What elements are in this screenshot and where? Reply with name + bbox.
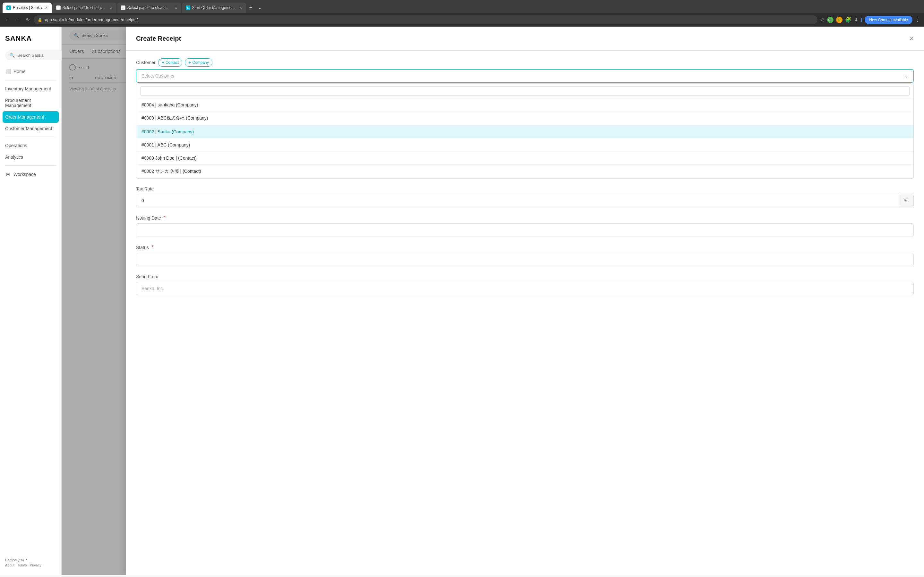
send-from-input[interactable] <box>136 282 914 295</box>
sidebar-bottom: English (en) ∧ About Terms Privacy <box>0 555 61 570</box>
issuing-date-form-group: Issuing Date * 2024-11-06 <box>136 215 914 237</box>
dropdown-item-2[interactable]: #0003 | ABC株式会社 (Company) <box>136 111 913 125</box>
customer-label: Customer + Contact + Company <box>136 58 914 67</box>
tab-close-1[interactable]: × <box>45 5 48 10</box>
app-layout: SANKA 🔍 ⬜ Home Inventory Management Proc… <box>0 27 924 575</box>
tax-rate-form-group: Tax Rate % <box>136 186 914 207</box>
status-required: * <box>152 245 153 250</box>
extensions-button[interactable]: 🧩 <box>845 17 851 23</box>
new-tab-button[interactable]: + <box>247 3 255 13</box>
about-link[interactable]: About <box>5 563 15 567</box>
sidebar-nav: ⬜ Home Inventory Management Procurement … <box>0 65 61 181</box>
sidebar-item-home[interactable]: ⬜ Home <box>0 65 61 77</box>
plus-contact-icon: + <box>162 60 164 65</box>
dropdown-search <box>136 84 913 98</box>
nav-divider-2 <box>5 137 56 137</box>
create-receipt-modal: Create Receipt × Customer + Contact + Co <box>126 27 924 575</box>
issuing-date-required: * <box>164 215 166 221</box>
url-text: app.sanka.io/modules/ordermanagement/rec… <box>45 17 814 22</box>
browser-chrome: S Receipts | Sanka × Select page2 to cha… <box>0 0 924 27</box>
tab-favicon-2 <box>56 5 61 10</box>
status-input[interactable]: Draft <box>136 253 914 266</box>
dropdown-item-5[interactable]: #0003 John Doe | (Contact) <box>136 152 913 165</box>
tab-overflow-button[interactable]: ⌄ <box>256 4 265 11</box>
dropdown-item-4[interactable]: #0001 | ABC (Company) <box>136 139 913 152</box>
issuing-date-label: Issuing Date * <box>136 215 914 221</box>
sidebar-item-operations[interactable]: Operations <box>0 140 61 151</box>
language-label: English (en) <box>5 558 24 562</box>
tab-bar: S Receipts | Sanka × Select page2 to cha… <box>0 0 924 13</box>
sidebar-item-home-label: Home <box>13 69 25 74</box>
tab-close-2[interactable]: × <box>110 5 113 10</box>
workspace-icon: ⊞ <box>5 171 11 177</box>
sidebar-item-workspace-label: Workspace <box>13 172 36 177</box>
customer-dropdown-list: #0004 | sankahq (Company) #0003 | ABC株式会… <box>136 83 914 179</box>
tab-close-4[interactable]: × <box>240 5 242 10</box>
profile-icon: | <box>861 17 862 23</box>
bottom-links: About Terms Privacy <box>5 563 56 567</box>
download-button[interactable]: ⬇ <box>854 17 858 23</box>
tab-favicon-1: S <box>6 5 11 10</box>
menu-button[interactable]: ⋮ <box>915 17 920 23</box>
sidebar-item-operations-label: Operations <box>5 143 27 148</box>
modal-title: Create Receipt <box>136 35 181 42</box>
ext-icon-1: 9+ <box>827 17 834 23</box>
bookmark-button[interactable]: ☆ <box>820 17 825 23</box>
dropdown-item-3[interactable]: #0002 | Sanka (Company) <box>136 125 913 139</box>
sidebar-item-analytics-label: Analytics <box>5 155 23 160</box>
tab-label-3: Select page2 to change | Dja... <box>128 5 172 10</box>
send-from-form-group: Send From <box>136 274 914 295</box>
sidebar-item-inventory-label: Inventory Management <box>5 86 51 91</box>
tab-label-1: Receipts | Sanka <box>13 5 42 10</box>
sidebar-item-order-management[interactable]: Order Management <box>3 111 59 123</box>
privacy-link[interactable]: Privacy <box>30 563 41 567</box>
tab-label-4: Start Order Management with... <box>192 5 236 10</box>
nav-divider-1 <box>5 80 56 81</box>
tab-favicon-3 <box>121 5 126 10</box>
dropdown-item-6[interactable]: #0002 サンカ 佐藤 | (Contact) <box>136 165 913 178</box>
logo: SANKA <box>0 32 61 50</box>
tax-rate-input[interactable] <box>136 194 899 207</box>
customer-select[interactable]: Select Customer ⌄ <box>136 69 914 83</box>
issuing-date-input[interactable]: 2024-11-06 <box>136 223 914 237</box>
sidebar: SANKA 🔍 ⬜ Home Inventory Management Proc… <box>0 27 61 575</box>
language-selector[interactable]: English (en) ∧ <box>5 558 56 562</box>
browser-actions: ☆ 9+ 🐸 🧩 ⬇ | New Chrome available ⋮ <box>820 16 920 24</box>
home-icon: ⬜ <box>5 69 11 74</box>
modal-close-button[interactable]: × <box>909 34 914 43</box>
sidebar-item-analytics[interactable]: Analytics <box>0 151 61 163</box>
modal-body: Customer + Contact + Company Select Cust… <box>126 51 924 311</box>
url-bar[interactable]: 🔒 app.sanka.io/modules/ordermanagement/r… <box>34 15 817 24</box>
forward-button[interactable]: → <box>14 16 22 24</box>
tab-3[interactable]: Select page2 to change | Dja... × <box>117 3 181 13</box>
tab-2[interactable]: Select page2 to change | Dja... × <box>52 3 116 13</box>
plus-company-icon: + <box>188 60 191 65</box>
customer-select-placeholder: Select Customer <box>142 73 174 79</box>
sidebar-item-procurement-label: Procurement Management <box>5 98 56 108</box>
new-chrome-button[interactable]: New Chrome available <box>865 16 913 24</box>
ext-icon-2: 🐸 <box>836 17 843 23</box>
lock-icon: 🔒 <box>37 18 42 22</box>
search-icon: 🔍 <box>10 53 15 58</box>
sidebar-item-workspace[interactable]: ⊞ Workspace <box>0 168 61 181</box>
tab-4[interactable]: S Start Order Management with... × <box>182 3 246 13</box>
refresh-button[interactable]: ↻ <box>24 15 31 24</box>
status-label: Status * <box>136 245 914 250</box>
sidebar-item-customer-label: Customer Management <box>5 126 52 131</box>
tab-1[interactable]: S Receipts | Sanka × <box>3 3 52 13</box>
sidebar-item-customer[interactable]: Customer Management <box>0 123 61 134</box>
sidebar-item-inventory[interactable]: Inventory Management <box>0 83 61 95</box>
dropdown-arrow-icon: ⌄ <box>905 73 908 79</box>
search-bar: 🔍 <box>0 50 61 65</box>
back-button[interactable]: ← <box>4 16 11 24</box>
add-contact-button[interactable]: + Contact <box>158 58 183 67</box>
terms-link[interactable]: Terms <box>17 563 27 567</box>
sidebar-item-procurement[interactable]: Procurement Management <box>0 95 61 111</box>
customer-form-group: Customer + Contact + Company Select Cust… <box>136 58 914 179</box>
add-company-button[interactable]: + Company <box>185 58 212 67</box>
dropdown-item-1[interactable]: #0004 | sankahq (Company) <box>136 98 913 111</box>
tax-rate-input-group: % <box>136 194 914 207</box>
percent-unit: % <box>899 194 913 207</box>
dropdown-search-input[interactable] <box>140 86 909 95</box>
tab-close-3[interactable]: × <box>175 5 178 10</box>
